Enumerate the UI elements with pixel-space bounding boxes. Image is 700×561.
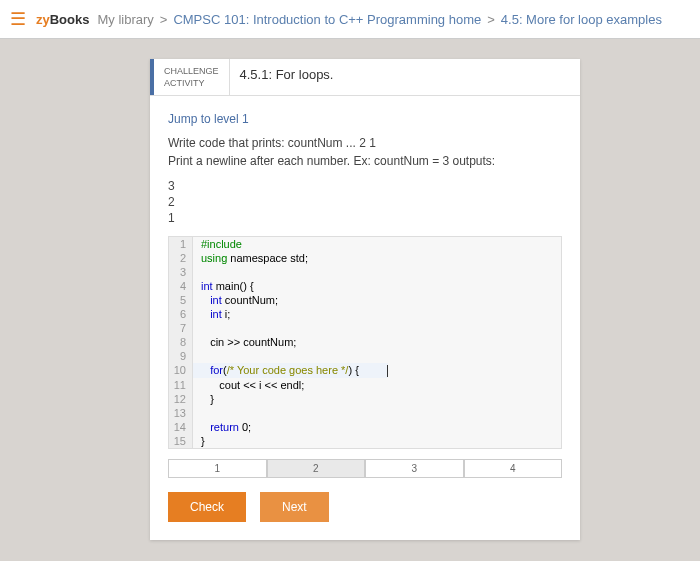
code-line[interactable]: 2using namespace std;: [169, 251, 561, 265]
next-button[interactable]: Next: [260, 492, 329, 522]
sample-line: 3: [168, 178, 562, 194]
code-line[interactable]: 9: [169, 349, 561, 363]
progress-step[interactable]: 3: [365, 459, 464, 478]
line-number: 9: [169, 349, 193, 363]
tag-line-2: ACTIVITY: [164, 77, 219, 89]
line-number: 5: [169, 293, 193, 307]
progress-row: 1234: [168, 459, 562, 478]
line-number: 3: [169, 265, 193, 279]
line-number: 4: [169, 279, 193, 293]
line-number: 7: [169, 321, 193, 335]
code-line[interactable]: 5 int countNum;: [169, 293, 561, 307]
line-number: 13: [169, 406, 193, 420]
line-number: 11: [169, 378, 193, 392]
tag-line-1: CHALLENGE: [164, 65, 219, 77]
code-text[interactable]: return 0;: [193, 420, 251, 434]
code-line[interactable]: 10 for(/* Your code goes here */) {: [169, 363, 561, 378]
text-cursor-icon: [387, 365, 388, 377]
progress-step[interactable]: 1: [168, 459, 267, 478]
code-line[interactable]: 8 cin >> countNum;: [169, 335, 561, 349]
button-row: Check Next: [150, 478, 580, 540]
prompt-line-2: Print a newline after each number. Ex: c…: [150, 154, 580, 172]
code-text[interactable]: }: [193, 392, 214, 406]
breadcrumb-my-library[interactable]: My library: [97, 12, 153, 27]
code-line[interactable]: 3: [169, 265, 561, 279]
code-line[interactable]: 6 int i;: [169, 307, 561, 321]
top-bar: ☰ zyBooks My library > CMPSC 101: Introd…: [0, 0, 700, 39]
code-text[interactable]: [193, 265, 201, 279]
code-text[interactable]: }: [193, 434, 205, 448]
line-number: 10: [169, 363, 193, 378]
breadcrumb-sep-1: >: [160, 12, 168, 27]
code-text[interactable]: [193, 349, 201, 363]
line-number: 6: [169, 307, 193, 321]
progress-step[interactable]: 2: [267, 459, 366, 478]
check-button[interactable]: Check: [168, 492, 246, 522]
sample-line: 1: [168, 210, 562, 226]
logo-zy: zy: [36, 12, 50, 27]
code-text[interactable]: int countNum;: [193, 293, 278, 307]
code-line[interactable]: 7: [169, 321, 561, 335]
code-line[interactable]: 1#include: [169, 237, 561, 251]
code-line[interactable]: 4int main() {: [169, 279, 561, 293]
activity-header: CHALLENGE ACTIVITY 4.5.1: For loops.: [150, 59, 580, 96]
sample-line: 2: [168, 194, 562, 210]
line-number: 12: [169, 392, 193, 406]
code-editor[interactable]: 1#include 2using namespace std;34int mai…: [168, 236, 562, 449]
line-number: 2: [169, 251, 193, 265]
code-text[interactable]: #include: [193, 237, 245, 251]
code-line[interactable]: 11 cout << i << endl;: [169, 378, 561, 392]
code-text[interactable]: int i;: [193, 307, 230, 321]
code-text[interactable]: for(/* Your code goes here */) {: [193, 363, 388, 378]
code-text[interactable]: cin >> countNum;: [193, 335, 296, 349]
activity-tag: CHALLENGE ACTIVITY: [154, 59, 230, 95]
logo[interactable]: zyBooks: [36, 12, 89, 27]
menu-icon[interactable]: ☰: [10, 8, 26, 30]
code-line[interactable]: 14 return 0;: [169, 420, 561, 434]
line-number: 15: [169, 434, 193, 448]
code-text[interactable]: using namespace std;: [193, 251, 308, 265]
code-line[interactable]: 13: [169, 406, 561, 420]
code-text[interactable]: [193, 321, 201, 335]
code-text[interactable]: cout << i << endl;: [193, 378, 304, 392]
breadcrumb-section[interactable]: 4.5: More for loop examples: [501, 12, 662, 27]
activity-title: 4.5.1: For loops.: [230, 59, 344, 95]
code-line[interactable]: 12 }: [169, 392, 561, 406]
content-area: CHALLENGE ACTIVITY 4.5.1: For loops. Jum…: [0, 39, 700, 540]
line-number: 1: [169, 237, 193, 251]
code-line[interactable]: 15}: [169, 434, 561, 448]
code-text[interactable]: int main() {: [193, 279, 254, 293]
breadcrumb-course[interactable]: CMPSC 101: Introduction to C++ Programmi…: [173, 12, 481, 27]
code-text[interactable]: [193, 406, 201, 420]
line-number: 8: [169, 335, 193, 349]
progress-step[interactable]: 4: [464, 459, 563, 478]
activity-card: CHALLENGE ACTIVITY 4.5.1: For loops. Jum…: [150, 59, 580, 540]
sample-output: 3 2 1: [150, 172, 580, 236]
prompt-line-1: Write code that prints: countNum ... 2 1: [150, 136, 580, 154]
breadcrumb-sep-2: >: [487, 12, 495, 27]
jump-to-level[interactable]: Jump to level 1: [150, 96, 580, 136]
line-number: 14: [169, 420, 193, 434]
logo-books: Books: [50, 12, 90, 27]
